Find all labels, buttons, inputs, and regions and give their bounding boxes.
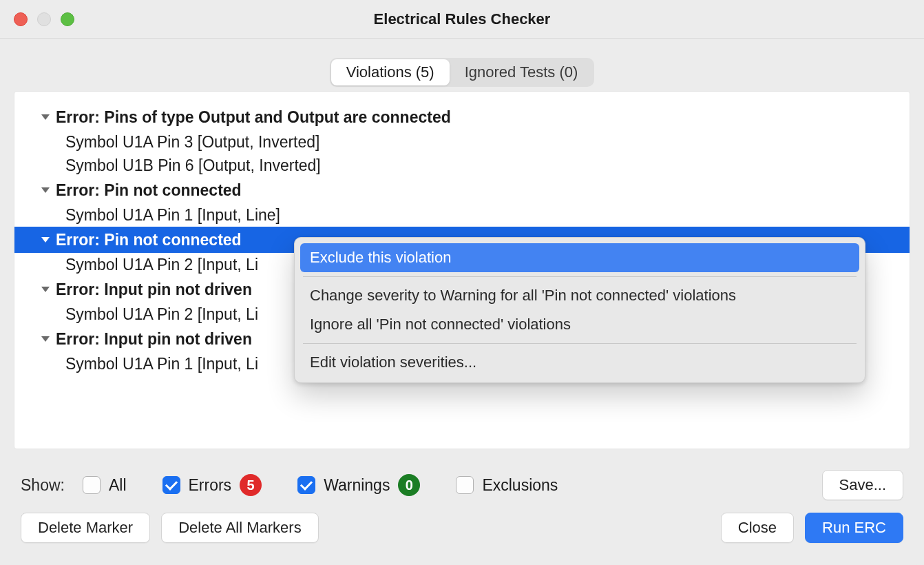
titlebar: Electrical Rules Checker bbox=[0, 0, 924, 39]
violation-detail[interactable]: Symbol U1A Pin 3 [Output, Inverted] bbox=[14, 130, 910, 154]
save-button[interactable]: Save... bbox=[822, 470, 903, 500]
menu-edit-severities[interactable]: Edit violation severities... bbox=[300, 348, 859, 377]
menu-ignore-all[interactable]: Ignore all 'Pin not connected' violation… bbox=[300, 310, 859, 339]
checkbox-warnings[interactable] bbox=[297, 476, 315, 494]
violation-row[interactable]: Error: Pin not connected bbox=[14, 177, 910, 203]
violation-detail[interactable]: Symbol U1A Pin 1 [Input, Line] bbox=[14, 203, 910, 227]
erc-dialog-window: Electrical Rules Checker Violations (5) … bbox=[0, 0, 924, 565]
close-button[interactable]: Close bbox=[721, 513, 794, 543]
checkbox-exclusions[interactable] bbox=[456, 476, 474, 494]
menu-change-severity[interactable]: Change severity to Warning for all 'Pin … bbox=[300, 281, 859, 310]
chevron-down-icon[interactable] bbox=[38, 232, 53, 247]
filter-errors-label: Errors bbox=[189, 476, 232, 495]
filter-row: Show: All Errors 5 Warnings 0 Exclusions… bbox=[0, 449, 924, 500]
filter-errors[interactable]: Errors 5 bbox=[162, 474, 262, 496]
violation-title: Error: Pin not connected bbox=[56, 178, 242, 202]
violation-title: Error: Pins of type Output and Output ar… bbox=[56, 105, 451, 129]
menu-exclude-violation[interactable]: Exclude this violation bbox=[300, 243, 859, 272]
tab-ignored-tests[interactable]: Ignored Tests (0) bbox=[450, 59, 594, 85]
delete-marker-button[interactable]: Delete Marker bbox=[21, 513, 150, 543]
tab-violations[interactable]: Violations (5) bbox=[331, 59, 450, 85]
checkbox-all[interactable] bbox=[83, 476, 101, 494]
errors-count-badge: 5 bbox=[240, 474, 262, 496]
violation-title: Error: Input pin not driven bbox=[56, 278, 252, 301]
delete-all-markers-button[interactable]: Delete All Markers bbox=[161, 513, 319, 543]
filter-exclusions[interactable]: Exclusions bbox=[456, 476, 558, 495]
filter-warnings[interactable]: Warnings 0 bbox=[297, 474, 420, 496]
bottom-button-row: Delete Marker Delete All Markers Close R… bbox=[0, 500, 924, 543]
violation-title: Error: Pin not connected bbox=[56, 228, 242, 251]
tab-group: Violations (5) Ignored Tests (0) bbox=[330, 58, 595, 87]
chevron-down-icon[interactable] bbox=[38, 183, 53, 198]
checkbox-errors[interactable] bbox=[162, 476, 180, 494]
violation-row[interactable]: Error: Pins of type Output and Output ar… bbox=[14, 104, 910, 130]
menu-separator bbox=[303, 343, 857, 344]
tab-strip: Violations (5) Ignored Tests (0) bbox=[0, 58, 924, 87]
warnings-count-badge: 0 bbox=[398, 474, 420, 496]
filter-all-label: All bbox=[109, 476, 127, 495]
chevron-down-icon[interactable] bbox=[38, 331, 53, 347]
show-label: Show: bbox=[21, 476, 65, 495]
window-title: Electrical Rules Checker bbox=[0, 0, 924, 39]
menu-separator bbox=[303, 276, 857, 277]
chevron-down-icon[interactable] bbox=[38, 110, 53, 125]
violation-detail[interactable]: Symbol U1B Pin 6 [Output, Inverted] bbox=[14, 154, 910, 177]
context-menu: Exclude this violation Change severity t… bbox=[294, 237, 865, 383]
filter-warnings-label: Warnings bbox=[324, 476, 390, 495]
run-erc-button[interactable]: Run ERC bbox=[805, 513, 903, 543]
chevron-down-icon[interactable] bbox=[38, 282, 53, 297]
filter-exclusions-label: Exclusions bbox=[482, 476, 558, 495]
filter-all[interactable]: All bbox=[83, 476, 127, 495]
violation-title: Error: Input pin not driven bbox=[56, 327, 252, 351]
